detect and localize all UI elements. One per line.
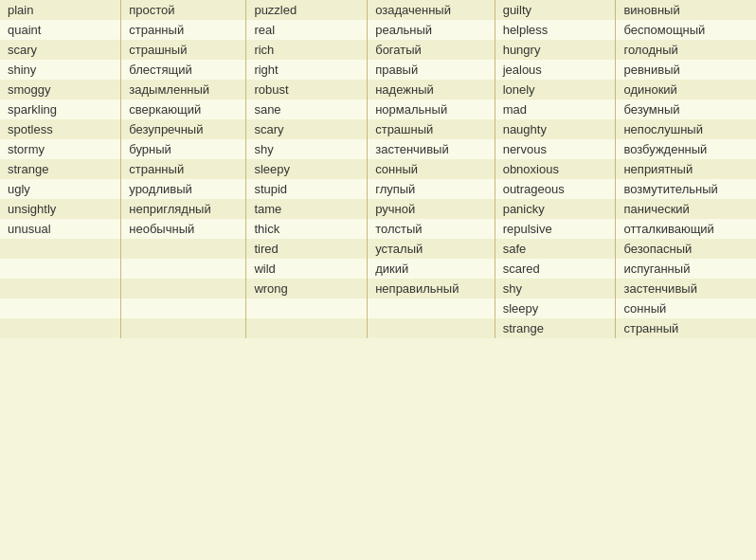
- russian-word: задымленный: [121, 80, 246, 99]
- russian-word: ревнивый: [616, 60, 756, 80]
- russian-word: застенчивый: [368, 139, 495, 159]
- table-row: strangeстранныйsleepyсонныйobnoxiousнепр…: [0, 159, 756, 179]
- english-word: unusual: [0, 219, 121, 239]
- english-word: scary: [246, 119, 368, 139]
- table-row: wildдикийscaredиспуганный: [0, 259, 756, 279]
- russian-word: глупый: [368, 179, 495, 199]
- table-row: tiredусталыйsafeбезопасный: [0, 239, 756, 259]
- english-word: [246, 318, 368, 338]
- english-word: puzzled: [246, 0, 368, 20]
- english-word: stupid: [246, 179, 368, 199]
- english-word: scared: [495, 259, 616, 279]
- english-word: [0, 318, 121, 338]
- russian-word: нормальный: [368, 99, 495, 119]
- russian-word: испуганный: [616, 259, 756, 279]
- english-word: thick: [246, 219, 368, 239]
- russian-word: сонный: [368, 159, 495, 179]
- russian-word: неправильный: [368, 279, 495, 298]
- english-word: tame: [246, 199, 368, 219]
- russian-word: виновный: [616, 0, 756, 20]
- english-word: smoggy: [0, 80, 121, 99]
- russian-word: неприятный: [616, 159, 756, 179]
- english-word: shy: [495, 279, 616, 298]
- russian-word: надежный: [368, 80, 495, 99]
- english-word: wrong: [246, 279, 368, 298]
- russian-word: толстый: [368, 219, 495, 239]
- english-word: nervous: [495, 139, 616, 159]
- english-word: jealous: [495, 60, 616, 80]
- english-word: right: [246, 60, 368, 80]
- table-row: plainпростойpuzzledозадаченныйguiltyвино…: [0, 0, 756, 20]
- russian-word: безупречный: [121, 119, 246, 139]
- russian-word: непослушный: [616, 119, 756, 139]
- english-word: shy: [246, 139, 368, 159]
- english-word: [0, 239, 121, 259]
- table-row: strangeстранный: [0, 318, 756, 338]
- english-word: guilty: [495, 0, 616, 20]
- russian-word: [121, 318, 246, 338]
- table-row: wrongнеправильныйshyзастенчивый: [0, 279, 756, 298]
- english-word: unsightly: [0, 199, 121, 219]
- russian-word: неприглядный: [121, 199, 246, 219]
- russian-word: отталкивающий: [616, 219, 756, 239]
- russian-word: уродливый: [121, 179, 246, 199]
- english-word: hungry: [495, 40, 616, 60]
- table-row: sparklingсверкающийsaneнормальныйmadбезу…: [0, 99, 756, 119]
- russian-word: богатый: [368, 40, 495, 60]
- english-word: helpless: [495, 20, 616, 40]
- table-row: scaryстрашныйrichбогатыйhungryголодный: [0, 40, 756, 60]
- russian-word: панический: [616, 199, 756, 219]
- english-word: stormy: [0, 139, 121, 159]
- english-word: obnoxious: [495, 159, 616, 179]
- russian-word: возбужденный: [616, 139, 756, 159]
- english-word: naughty: [495, 119, 616, 139]
- table-row: stormyбурныйshyзастенчивыйnervousвозбужд…: [0, 139, 756, 159]
- russian-word: усталый: [368, 239, 495, 259]
- english-word: strange: [495, 318, 616, 338]
- table-row: sleepyсонный: [0, 298, 756, 318]
- english-word: scary: [0, 40, 121, 60]
- russian-word: озадаченный: [368, 0, 495, 20]
- english-word: plain: [0, 0, 121, 20]
- russian-word: голодный: [616, 40, 756, 60]
- table-row: unusualнеобычныйthickтолстыйrepulsiveотт…: [0, 219, 756, 239]
- russian-word: [368, 298, 495, 318]
- russian-word: ручной: [368, 199, 495, 219]
- russian-word: сверкающий: [121, 99, 246, 119]
- russian-word: [368, 318, 495, 338]
- russian-word: страшный: [121, 40, 246, 60]
- english-word: sparkling: [0, 99, 121, 119]
- english-word: [0, 259, 121, 279]
- english-word: spotless: [0, 119, 121, 139]
- table-row: quaintстранныйrealреальныйhelplessбеспом…: [0, 20, 756, 40]
- russian-word: [121, 279, 246, 298]
- table-row: smoggyзадымленныйrobustнадежныйlonelyоди…: [0, 80, 756, 99]
- russian-word: безопасный: [616, 239, 756, 259]
- english-word: safe: [495, 239, 616, 259]
- english-word: [0, 279, 121, 298]
- russian-word: возмутительный: [616, 179, 756, 199]
- russian-word: бурный: [121, 139, 246, 159]
- english-word: ugly: [0, 179, 121, 199]
- russian-word: необычный: [121, 219, 246, 239]
- russian-word: дикий: [368, 259, 495, 279]
- english-word: lonely: [495, 80, 616, 99]
- russian-word: странный: [121, 159, 246, 179]
- table-row: unsightlyнеприглядныйtameручнойpanickyпа…: [0, 199, 756, 219]
- russian-word: одинокий: [616, 80, 756, 99]
- english-word: [246, 298, 368, 318]
- english-word: repulsive: [495, 219, 616, 239]
- english-word: sleepy: [495, 298, 616, 318]
- english-word: strange: [0, 159, 121, 179]
- russian-word: [121, 298, 246, 318]
- english-word: mad: [495, 99, 616, 119]
- english-word: outrageous: [495, 179, 616, 199]
- table-row: shinyблестящийrightправыйjealousревнивый: [0, 60, 756, 80]
- russian-word: реальный: [368, 20, 495, 40]
- english-word: sane: [246, 99, 368, 119]
- english-word: robust: [246, 80, 368, 99]
- vocabulary-table: plainпростойpuzzledозадаченныйguiltyвино…: [0, 0, 756, 338]
- english-word: rich: [246, 40, 368, 60]
- russian-word: страшный: [368, 119, 495, 139]
- russian-word: блестящий: [121, 60, 246, 80]
